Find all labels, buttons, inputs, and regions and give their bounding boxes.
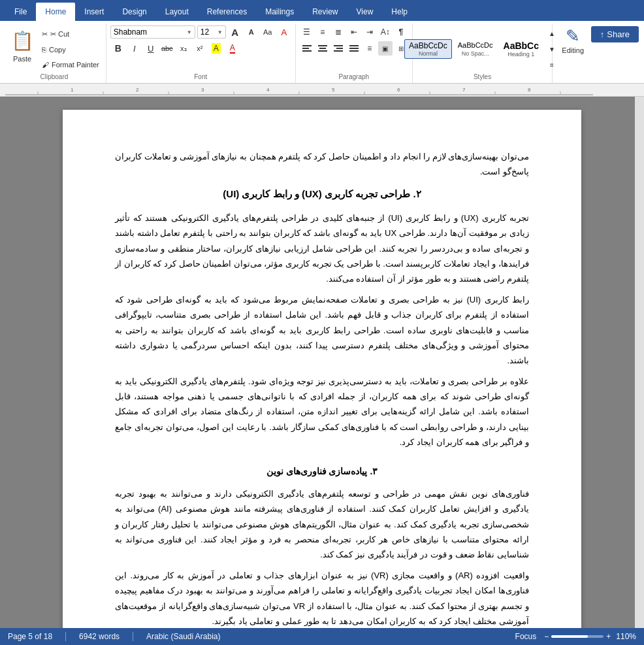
- change-case-button[interactable]: Aa: [261, 25, 275, 39]
- document-content: می‌توان بهینه‌سازی‌های لازم را انجام داد…: [115, 149, 529, 628]
- paragraph-group: ☰ ≡ ≣ ⇤ ⇥ A↕ ¶: [296, 24, 413, 83]
- paste-icon: 📋: [10, 26, 34, 55]
- line-spacing-button[interactable]: ≡: [362, 41, 377, 56]
- tab-file[interactable]: File: [5, 3, 36, 21]
- font-color-button[interactable]: A: [225, 41, 240, 56]
- svg-rect-8: [334, 50, 343, 52]
- style-normal[interactable]: AaBbCcDc Normal: [404, 39, 452, 59]
- font-group: Shabnam ▼ 12 ▼ A A Aa A: [106, 24, 296, 83]
- multilevel-list-button[interactable]: ≣: [331, 25, 346, 39]
- tab-view[interactable]: View: [347, 3, 383, 21]
- font-name-dropdown[interactable]: Shabnam ▼: [110, 25, 195, 39]
- tab-insert[interactable]: Insert: [75, 3, 113, 21]
- shading-button[interactable]: ▣: [378, 41, 393, 56]
- increase-indent-button[interactable]: ⇥: [362, 25, 377, 39]
- bold-button[interactable]: B: [110, 41, 126, 56]
- subscript-button[interactable]: x₂: [176, 41, 191, 56]
- paste-button[interactable]: 📋 Paste: [7, 25, 38, 73]
- tab-help[interactable]: Help: [382, 3, 417, 21]
- svg-rect-11: [349, 50, 359, 52]
- format-painter-button[interactable]: 🖌 Format Painter: [39, 60, 102, 69]
- svg-text:4: 4: [266, 87, 270, 93]
- zoom-minus[interactable]: −: [544, 632, 549, 641]
- clipboard-group: 📋 Paste ✂ ✂ Cut ⎘ Copy 🖌 Format Painter: [3, 24, 106, 83]
- zoom-slider[interactable]: [551, 635, 604, 638]
- align-center-button[interactable]: [315, 41, 330, 56]
- justify-button[interactable]: [347, 41, 361, 56]
- tab-references[interactable]: References: [198, 3, 256, 21]
- text-highlight-button[interactable]: A: [208, 41, 224, 56]
- ruler: 1 2 3 4 5 6 7 8: [0, 84, 644, 97]
- bullets-button[interactable]: ☰: [300, 25, 314, 39]
- svg-rect-12: [5, 94, 593, 95]
- superscript-button[interactable]: x²: [192, 41, 208, 56]
- font-grow-button[interactable]: A: [228, 25, 242, 39]
- cut-button[interactable]: ✂ ✂ Cut: [39, 29, 102, 39]
- section2-p2: رابط کاربری (UI) نیز به طراحی بصری و تعا…: [115, 292, 529, 369]
- editing-button[interactable]: ✎ Editing: [556, 25, 589, 56]
- tab-review[interactable]: Review: [303, 3, 347, 21]
- editing-label: Editing: [562, 46, 584, 54]
- style-heading1[interactable]: AaBbCc Heading 1: [499, 39, 543, 60]
- underline-button[interactable]: U: [143, 41, 159, 56]
- italic-button[interactable]: I: [127, 41, 142, 56]
- font-size-chevron: ▼: [217, 29, 223, 35]
- paste-label: Paste: [13, 55, 31, 63]
- tab-mailings[interactable]: Mailings: [256, 3, 303, 21]
- paragraph-label: Paragraph: [338, 73, 369, 82]
- tab-layout[interactable]: Layout: [156, 3, 198, 21]
- section3-title: ۳. پیاده‌سازی فناوری‌های نوین: [115, 463, 529, 480]
- svg-text:7: 7: [462, 87, 466, 93]
- share-button[interactable]: ↑ Share: [591, 26, 639, 42]
- svg-text:6: 6: [397, 87, 400, 93]
- numbering-button[interactable]: ≡: [315, 25, 330, 39]
- document-page[interactable]: می‌توان بهینه‌سازی‌های لازم را انجام داد…: [63, 110, 581, 628]
- format-painter-icon: 🖌: [42, 61, 49, 69]
- vertical-scrollbar[interactable]: [635, 97, 644, 628]
- sort-button[interactable]: A↕: [378, 25, 393, 39]
- editing-icon: ✎: [566, 26, 580, 46]
- style-no-space[interactable]: AaBbCcDc No Spac...: [453, 39, 498, 58]
- font-size-dropdown[interactable]: 12 ▼: [197, 25, 226, 39]
- status-bar: Page 5 of 18 6942 words Arabic (Saudi Ar…: [0, 628, 644, 645]
- style-normal-name: Normal: [419, 50, 438, 57]
- svg-text:1: 1: [71, 87, 74, 93]
- svg-rect-9: [349, 45, 359, 46]
- separator-2: [133, 632, 133, 641]
- style-no-space-name: No Spac...: [462, 50, 489, 57]
- section2-title: ۲. طراحی تجربه کاربری (UX) و رابط کاربری…: [115, 185, 529, 203]
- svg-text:5: 5: [332, 87, 335, 93]
- style-heading1-preview: AaBbCc: [504, 41, 539, 52]
- strikethrough-button[interactable]: abc: [159, 41, 175, 56]
- styles-label: Styles: [474, 73, 491, 82]
- tab-home[interactable]: Home: [36, 3, 75, 21]
- align-left-button[interactable]: [300, 41, 314, 56]
- section2-p1: تجربه کاربری (UX) و رابط کاربری (UI) از …: [115, 210, 529, 287]
- zoom-level[interactable]: 110%: [616, 632, 636, 641]
- decrease-indent-button[interactable]: ⇤: [347, 25, 361, 39]
- clear-formatting-button[interactable]: A: [277, 25, 291, 39]
- style-no-space-preview: AaBbCcDc: [458, 41, 493, 50]
- svg-rect-1: [302, 48, 309, 49]
- svg-rect-7: [336, 48, 343, 49]
- svg-text:2: 2: [136, 87, 139, 93]
- copy-button[interactable]: ⎘ Copy: [39, 45, 102, 54]
- font-shrink-button[interactable]: A: [244, 25, 259, 39]
- align-right-button[interactable]: [331, 41, 346, 56]
- font-name-chevron: ▼: [187, 29, 192, 35]
- zoom-plus[interactable]: +: [606, 632, 611, 641]
- share-icon: ↑: [600, 29, 605, 39]
- svg-rect-2: [302, 50, 312, 52]
- zoom-control[interactable]: − + 110%: [544, 632, 636, 641]
- zoom-slider-fill: [551, 635, 588, 638]
- tab-design[interactable]: Design: [113, 3, 155, 21]
- focus-label[interactable]: Focus: [515, 632, 537, 641]
- page-info: Page 5 of 18: [8, 632, 52, 641]
- svg-text:8: 8: [528, 87, 531, 93]
- cut-icon: ✂: [42, 30, 48, 39]
- section3-p2: واقعیت افزوده (AR) و واقعیت مجازی (VR) ن…: [115, 568, 529, 628]
- svg-rect-4: [319, 48, 326, 49]
- section3-p1: فناوری‌های نوین نقش مهمی در طراحی و توسع…: [115, 486, 529, 563]
- svg-rect-5: [318, 50, 327, 52]
- svg-text:3: 3: [201, 87, 204, 93]
